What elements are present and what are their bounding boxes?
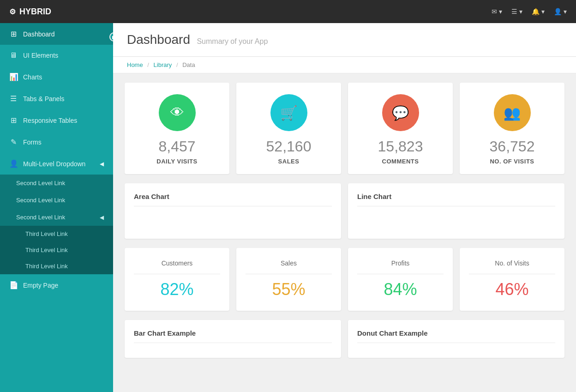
sidebar-item-label: Third Level Link — [25, 263, 104, 270]
sidebar-item-tabs-panels[interactable]: ☰ Tabs & Panels — [0, 88, 113, 109]
customers-divider — [134, 274, 220, 274]
profits-value: 84% — [357, 280, 444, 299]
sidebar-item-label: Second Level Link — [16, 197, 104, 204]
chart-row-1: Area Chart Line Chart — [125, 183, 564, 239]
pct-card-sales: Sales 55% — [236, 248, 341, 311]
line-chart-divider — [357, 206, 555, 206]
customers-label: Customers — [134, 259, 220, 267]
sales-pct-value: 55% — [246, 280, 332, 299]
tables-icon: ⊞ — [9, 116, 18, 125]
sidebar-item-sl3[interactable]: Second Level Link ◀ — [0, 209, 113, 226]
bar-chart-panel: Bar Chart Example — [125, 320, 341, 358]
area-chart-title: Area Chart — [134, 193, 332, 200]
sidebar-item-charts[interactable]: 📊 Charts — [0, 66, 113, 88]
donut-chart-title: Donut Chart Example — [357, 329, 555, 337]
no-visits-label: No. of Visits — [469, 158, 555, 165]
breadcrumb-home[interactable]: Home — [127, 61, 143, 68]
sidebar-item-tl1[interactable]: Third Level Link — [0, 226, 113, 242]
breadcrumb: Home / Library / Data — [113, 57, 576, 73]
gear-icon: ⚙ — [9, 7, 16, 16]
sidebar-item-label: Empty Page — [23, 282, 104, 289]
donut-chart-divider — [357, 343, 555, 343]
sidebar-item-label: Dashboard — [23, 30, 104, 38]
multilevel-icon: 👤 — [9, 159, 18, 168]
sidebar-item-label: UI Elements — [23, 52, 104, 59]
brand-name: HYBRID — [19, 7, 51, 17]
menu-button[interactable]: ☰ ▾ — [511, 8, 522, 15]
breadcrumb-library[interactable]: Library — [154, 61, 172, 68]
comments-label: Comments — [357, 158, 444, 165]
sales-icon-circle: 🛒 — [270, 94, 307, 131]
multilevel-arrow: ◀ — [100, 161, 104, 167]
third-level-menu: Third Level Link Third Level Link Third … — [0, 226, 113, 274]
sidebar-item-dashboard[interactable]: ⊞ Dashboard — [0, 23, 113, 45]
sidebar-item-ui-elements[interactable]: 🖥 UI Elements — [0, 45, 113, 66]
user-icon: 👤 — [554, 8, 562, 15]
sidebar-item-label: Third Level Link — [25, 230, 104, 237]
sales-label: Sales — [246, 158, 332, 165]
profits-label: Profits — [357, 259, 444, 267]
dashboard-icon: ⊞ — [9, 30, 18, 38]
pct-card-profits: Profits 84% — [348, 248, 453, 311]
stat-card-daily-visits: 👁 8,457 Daily Visits — [125, 83, 229, 174]
sidebar-item-empty-page[interactable]: 📄 Empty Page — [0, 274, 113, 296]
charts-icon: 📊 — [9, 72, 18, 81]
content-header: Dashboard Summary of your App — [113, 23, 576, 57]
breadcrumb-sep2: / — [176, 61, 178, 68]
user-button[interactable]: 👤 ▾ — [554, 8, 567, 15]
breadcrumb-sep1: / — [147, 61, 149, 68]
sales-pct-label: Sales — [246, 259, 332, 267]
stat-card-no-of-visits: 👥 36,752 No. of Visits — [460, 83, 564, 174]
user-arrow: ▾ — [564, 8, 567, 15]
sidebar-item-label: Forms — [23, 139, 104, 146]
profits-divider — [357, 274, 444, 274]
comments-icon-circle: 💬 — [382, 94, 419, 131]
sl3-arrow: ◀ — [100, 214, 104, 221]
stat-card-sales: 🛒 52,160 Sales — [236, 83, 341, 174]
area-chart-panel: Area Chart — [125, 183, 341, 239]
empty-page-icon: 📄 — [9, 281, 18, 289]
bar-chart-title: Bar Chart Example — [134, 329, 332, 337]
main-content: Dashboard Summary of your App Home / Lib… — [113, 23, 576, 392]
bell-arrow: ▾ — [541, 8, 545, 15]
menu-arrow: ▾ — [519, 8, 522, 15]
menu-icon: ☰ — [511, 8, 517, 15]
sidebar-item-tl3[interactable]: Third Level Link — [0, 258, 113, 274]
pct-cards: Customers 82% Sales 55% Profits 84% No. … — [125, 248, 564, 311]
topnav-right: ✉ ▾ ☰ ▾ 🔔 ▾ 👤 ▾ — [492, 8, 567, 15]
sidebar: ▶ ⊞ Dashboard 🖥 UI Elements 📊 Charts ☰ T… — [0, 23, 113, 392]
daily-visits-number: 8,457 — [134, 138, 220, 155]
stat-card-comments: 💬 15,823 Comments — [348, 83, 453, 174]
sidebar-item-label: Second Level Link — [16, 214, 94, 221]
users-icon: 👥 — [504, 105, 521, 121]
sidebar-item-forms[interactable]: ✎ Forms — [0, 131, 113, 153]
donut-chart-panel: Donut Chart Example — [348, 320, 564, 358]
sidebar-item-label: Tabs & Panels — [23, 95, 104, 103]
sidebar-item-multi-level[interactable]: 👤 Multi-Level Dropdown ◀ — [0, 153, 113, 175]
breadcrumb-data: Data — [182, 61, 195, 68]
sidebar-item-sl2[interactable]: Second Level Link — [0, 192, 113, 209]
sidebar-item-label: Charts — [23, 73, 104, 81]
mail-button[interactable]: ✉ ▾ — [492, 8, 502, 15]
stat-cards: 👁 8,457 Daily Visits 🛒 52,160 Sales 💬 — [125, 83, 564, 174]
chat-icon: 💬 — [392, 105, 409, 121]
page-title: Dashboard — [127, 32, 190, 47]
sidebar-item-label: Third Level Link — [25, 247, 104, 253]
bell-button[interactable]: 🔔 ▾ — [532, 8, 545, 15]
sidebar-item-sl1[interactable]: Second Level Link — [0, 175, 113, 192]
sidebar-item-label: Responsive Tables — [23, 117, 104, 124]
topnav: ⚙ HYBRID ✉ ▾ ☰ ▾ 🔔 ▾ 👤 ▾ — [0, 0, 576, 23]
mail-arrow: ▾ — [499, 8, 502, 15]
eye-icon: 👁 — [170, 105, 184, 121]
no-visits-pct-value: 46% — [469, 280, 555, 299]
sidebar-item-label: Second Level Link — [16, 180, 104, 187]
sidebar-item-responsive-tables[interactable]: ⊞ Responsive Tables — [0, 109, 113, 131]
area-chart-divider — [134, 206, 332, 206]
sales-number: 52,160 — [246, 138, 332, 155]
ui-icon: 🖥 — [9, 51, 18, 60]
forms-icon: ✎ — [9, 138, 18, 146]
no-visits-pct-divider — [469, 274, 555, 274]
sidebar-item-tl2[interactable]: Third Level Link — [0, 242, 113, 258]
line-chart-panel: Line Chart — [348, 183, 564, 239]
customers-value: 82% — [134, 280, 220, 299]
